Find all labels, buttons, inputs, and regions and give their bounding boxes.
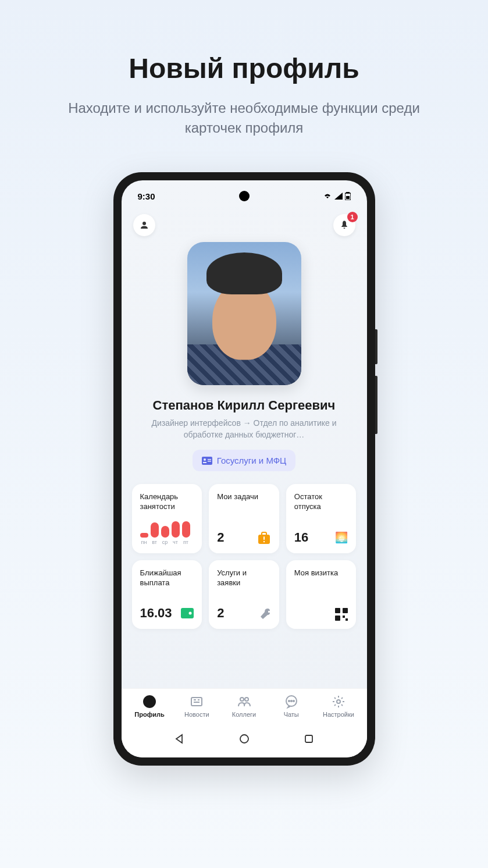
battery-icon (345, 192, 351, 200)
profile-section: Степанов Кирилл Сергеевич Дизайнер интер… (122, 242, 367, 471)
svg-rect-18 (343, 616, 345, 618)
svg-point-21 (148, 698, 151, 702)
home-button[interactable] (237, 732, 251, 746)
id-card-icon (202, 457, 212, 465)
profile-icon (143, 695, 156, 709)
card-tasks[interactable]: Мои задачи 2 (209, 484, 279, 553)
svg-point-30 (291, 700, 292, 702)
phone-screen: 9:30 1 Степанов Кирилл Сергеевич (122, 180, 367, 757)
nav-chats[interactable]: Чаты (268, 695, 315, 718)
nav-news[interactable]: Новости (173, 695, 220, 718)
card-value: 16 (294, 530, 308, 545)
svg-rect-19 (345, 618, 348, 621)
profile-button[interactable] (133, 214, 155, 236)
svg-point-33 (240, 735, 248, 743)
system-nav (122, 723, 367, 757)
qr-icon (335, 608, 348, 621)
circle-home-icon (239, 734, 250, 744)
card-title: Календарь занятости (140, 492, 194, 512)
bottom-nav: Профиль Новости Коллеги Чаты Настройки (122, 688, 367, 723)
person-icon (139, 220, 149, 230)
camera-cutout (239, 191, 250, 201)
svg-point-31 (293, 700, 294, 702)
svg-rect-8 (208, 461, 211, 462)
card-business-card[interactable]: Моя визитка (286, 560, 357, 629)
nav-colleagues[interactable]: Коллеги (220, 695, 268, 718)
svg-rect-7 (208, 459, 211, 460)
card-payout[interactable]: Ближайшая выплата 16.03 (132, 560, 202, 629)
nav-label: Профиль (134, 711, 164, 718)
chat-icon (284, 695, 298, 709)
calendar-bars (140, 521, 194, 538)
svg-point-5 (204, 458, 206, 461)
phone-side-button (375, 329, 377, 364)
nav-label: Коллеги (232, 711, 256, 718)
card-requests[interactable]: Услуги и заявки 2 (209, 560, 279, 629)
card-title: Услуги и заявки (217, 568, 271, 588)
card-value: 16.03 (140, 606, 172, 621)
recents-button[interactable] (302, 732, 316, 746)
svg-rect-34 (305, 735, 312, 742)
nav-label: Настройки (323, 711, 354, 718)
promo-subtitle: Находите и используйте необходимые функц… (41, 98, 448, 137)
app-header: 1 (122, 206, 367, 242)
svg-rect-15 (335, 608, 340, 613)
bell-icon (339, 220, 350, 230)
card-calendar[interactable]: Календарь занятости пнвтсрчтпт (132, 484, 202, 553)
svg-point-32 (337, 700, 340, 703)
card-value: 2 (217, 606, 224, 621)
triangle-back-icon (174, 734, 184, 744)
svg-rect-16 (343, 608, 348, 613)
profile-role: Дизайнер интерфейсов → Отдел по аналитик… (134, 418, 355, 440)
card-value: 2 (217, 530, 224, 545)
signal-icon (334, 193, 343, 200)
nav-profile[interactable]: Профиль (126, 695, 173, 718)
svg-rect-13 (181, 608, 194, 618)
svg-point-27 (245, 698, 248, 701)
card-title: Мои задачи (217, 492, 271, 502)
nav-label: Новости (184, 711, 209, 718)
svg-point-29 (288, 700, 290, 702)
people-icon (237, 695, 251, 709)
wallet-icon (181, 608, 194, 618)
news-icon (190, 695, 204, 709)
notification-badge: 1 (347, 212, 358, 222)
card-title: Остаток отпуска (294, 492, 348, 512)
nav-settings[interactable]: Настройки (315, 695, 362, 718)
svg-point-14 (189, 612, 192, 615)
briefcase-alert-icon (257, 531, 271, 544)
sunset-icon: 🌅 (335, 531, 348, 544)
profile-name: Степанов Кирилл Сергеевич (153, 398, 336, 413)
wifi-icon (323, 193, 332, 200)
back-button[interactable] (172, 732, 186, 746)
gear-icon (332, 695, 345, 709)
svg-rect-2 (346, 196, 350, 199)
calendar-days: пнвтсрчтпт (140, 539, 194, 545)
cards-grid: Календарь занятости пнвтсрчтпт Мои задач… (122, 471, 367, 629)
svg-rect-11 (263, 536, 265, 540)
wrench-icon (259, 607, 271, 619)
card-vacation[interactable]: Остаток отпуска 16 🌅 (286, 484, 357, 553)
card-title: Ближайшая выплата (140, 568, 194, 588)
nav-label: Чаты (284, 711, 299, 718)
svg-rect-6 (203, 462, 206, 463)
gosuslugi-chip[interactable]: Госуслуги и МФЦ (193, 450, 295, 471)
promo-title: Новый профиль (129, 52, 359, 84)
square-recents-icon (304, 734, 314, 744)
phone-side-button (375, 376, 377, 434)
card-title: Моя визитка (294, 568, 348, 578)
avatar[interactable] (187, 242, 301, 385)
svg-rect-17 (335, 616, 340, 621)
chip-label: Госуслуги и МФЦ (217, 456, 286, 465)
svg-rect-10 (262, 532, 266, 536)
svg-point-3 (143, 222, 146, 225)
status-time: 9:30 (138, 191, 155, 201)
svg-point-26 (240, 698, 244, 701)
status-icons (323, 192, 351, 200)
notifications-button[interactable]: 1 (333, 214, 355, 236)
phone-frame: 9:30 1 Степанов Кирилл Сергеевич (113, 172, 375, 766)
svg-point-12 (263, 541, 265, 542)
